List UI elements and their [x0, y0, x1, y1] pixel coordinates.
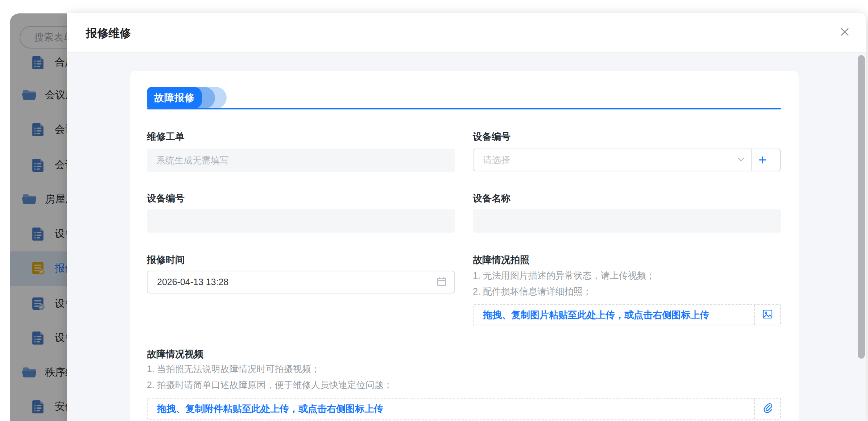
report-time-input[interactable]: 2026-04-13 13:28	[147, 271, 455, 293]
device-no-input[interactable]	[147, 209, 455, 233]
modal-backdrop	[10, 13, 67, 421]
modal-header: 报修维修	[67, 13, 866, 53]
fault-video-note-1: 1. 当拍照无法说明故障情况时可拍摄视频；	[147, 363, 320, 375]
chevron-down-icon	[736, 154, 746, 166]
device-no-label: 设备编号	[147, 192, 185, 205]
video-upload-button[interactable]	[754, 399, 780, 419]
photo-upload-text: 拖拽、复制图片粘贴至此处上传，或点击右侧图标上传	[474, 305, 754, 325]
calendar-icon	[436, 276, 447, 288]
app-root: 搜索表单 合厂 会议服 会议 会议	[0, 0, 868, 421]
report-time-value: 2026-04-13 13:28	[157, 277, 436, 287]
image-icon	[762, 308, 773, 321]
device-select[interactable]: 请选择 +	[473, 149, 781, 171]
tab-underline	[147, 108, 781, 109]
fault-video-label: 故障情况视频	[147, 348, 203, 360]
fault-photo-note-2: 2. 配件损坏信息请详细拍照；	[473, 285, 592, 297]
device-select-label: 设备编号	[473, 130, 511, 143]
repair-order-placeholder: 系统生成无需填写	[156, 154, 229, 166]
fault-report-card: 故障报修 维修工单 系统生成无需填写 设备编号 请选择 + 设备编号	[130, 71, 799, 421]
photo-upload-button[interactable]	[754, 305, 780, 325]
photo-upload-dropzone[interactable]: 拖拽、复制图片粘贴至此处上传，或点击右侧图标上传	[473, 304, 781, 325]
repair-order-label: 维修工单	[147, 130, 185, 143]
close-button[interactable]	[835, 23, 855, 42]
device-name-label: 设备名称	[473, 192, 511, 205]
device-name-input[interactable]	[473, 209, 781, 233]
modal-scrollbar-thumb[interactable]	[858, 55, 865, 359]
repair-modal: 报修维修 故障报修 维修工单 系统生成无需填写 设备	[67, 13, 866, 421]
device-select-placeholder: 请选择	[483, 154, 736, 166]
fault-photo-note-1: 1. 无法用图片描述的异常状态，请上传视频；	[473, 270, 655, 282]
video-upload-dropzone[interactable]: 拖拽、复制附件粘贴至此处上传，或点击右侧图标上传	[147, 398, 781, 420]
add-device-button[interactable]: +	[752, 149, 773, 171]
tab-label: 故障报修	[154, 91, 195, 104]
fault-video-note-2: 2. 拍摄时请简单口述故障原因，便于维修人员快速定位问题；	[147, 379, 393, 391]
tab-fault-report[interactable]: 故障报修	[147, 87, 202, 109]
tab-bar: 故障报修	[147, 87, 781, 110]
paperclip-icon	[762, 403, 773, 415]
close-icon	[839, 26, 851, 39]
modal-title: 报修维修	[86, 26, 131, 41]
video-upload-text: 拖拽、复制附件粘贴至此处上传，或点击右侧图标上传	[148, 399, 754, 419]
repair-order-input[interactable]: 系统生成无需填写	[147, 149, 455, 172]
fault-photo-label: 故障情况拍照	[473, 254, 529, 266]
report-time-label: 报修时间	[147, 254, 185, 266]
